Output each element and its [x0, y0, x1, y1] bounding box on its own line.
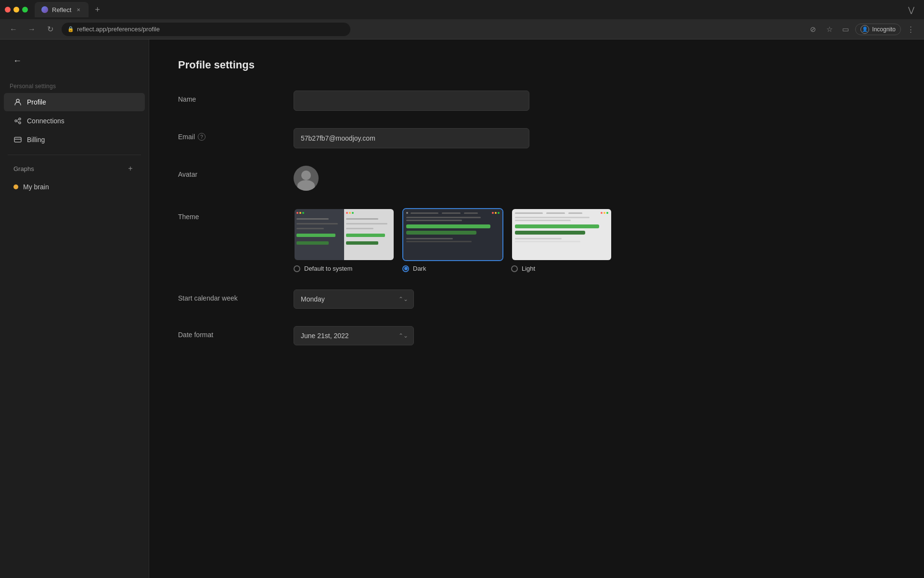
back-button[interactable]: ←	[7, 23, 20, 36]
theme-light-radio[interactable]	[511, 265, 518, 272]
tab-close-button[interactable]: ✕	[75, 6, 82, 13]
avatar-control	[294, 166, 895, 191]
page-title: Profile settings	[178, 59, 895, 71]
sidebar-item-connections[interactable]: Connections	[4, 112, 145, 130]
graphs-header: Graphs +	[4, 161, 145, 176]
email-control	[294, 128, 895, 148]
theme-light-label: Light	[522, 265, 535, 272]
name-control	[294, 91, 895, 111]
browser-tab[interactable]: Reflect ✕	[35, 2, 89, 17]
email-row: Email ?	[178, 128, 895, 148]
tab-title: Reflect	[52, 6, 71, 13]
calendar-select-wrapper: Sunday Monday Tuesday Wednesday Thursday…	[294, 289, 414, 309]
brain-dot-icon	[13, 184, 18, 189]
theme-preview-system	[294, 208, 395, 261]
theme-preview-dark	[402, 208, 503, 261]
graphs-label: Graphs	[13, 165, 34, 172]
theme-control: Default to system	[294, 208, 895, 272]
theme-preview-light	[511, 208, 612, 261]
camera-icon[interactable]: ⊘	[806, 23, 820, 36]
avatar-row: Avatar	[178, 166, 895, 191]
lock-icon: 🔒	[67, 26, 74, 32]
connections-label: Connections	[27, 117, 64, 125]
app: ← Personal settings Profile	[0, 39, 924, 578]
svg-point-2	[19, 118, 21, 120]
nav-bar: ← → ↻ 🔒 reflect.app/preferences/profile …	[0, 19, 924, 39]
nav-actions: ⊘ ☆ ▭ 👤 Incognito ⋮	[806, 23, 917, 36]
calendar-row: Start calendar week Sunday Monday Tuesda…	[178, 289, 895, 309]
email-input[interactable]	[294, 128, 529, 148]
svg-rect-6	[14, 137, 21, 142]
profile-circle-icon: 👤	[860, 25, 869, 34]
theme-option-dark[interactable]: Dark	[402, 208, 503, 272]
avatar-label: Avatar	[178, 166, 284, 178]
theme-system-radio[interactable]	[294, 265, 300, 272]
theme-dark-label: Dark	[413, 265, 426, 272]
svg-line-4	[17, 119, 19, 120]
sidebar-divider	[8, 155, 141, 155]
bookmark-icon[interactable]: ☆	[822, 23, 836, 36]
date-label: Date format	[178, 326, 284, 339]
connections-icon	[13, 117, 22, 125]
address-bar[interactable]: 🔒 reflect.app/preferences/profile	[62, 23, 350, 36]
calendar-control: Sunday Monday Tuesday Wednesday Thursday…	[294, 289, 895, 309]
svg-point-0	[16, 99, 19, 102]
email-info-icon[interactable]: ?	[198, 133, 205, 141]
svg-line-5	[17, 121, 19, 122]
date-select-wrapper: June 21st, 2022 06/21/2022 2022-06-21 ⌃⌄	[294, 326, 414, 345]
theme-light-label-row: Light	[511, 265, 612, 272]
billing-label: Billing	[27, 136, 45, 144]
address-text: reflect.app/preferences/profile	[77, 26, 160, 33]
tab-bar: Reflect ✕ + ⋁	[0, 0, 924, 19]
theme-label: Theme	[178, 208, 284, 221]
brain-label: My brain	[23, 183, 49, 191]
sidebar-back-area: ←	[0, 49, 149, 72]
forward-button[interactable]: →	[25, 23, 38, 36]
svg-point-1	[15, 120, 17, 122]
tab-menu-icon[interactable]: ⋁	[908, 5, 919, 14]
profile-icon	[13, 98, 22, 106]
name-input[interactable]	[294, 91, 529, 111]
theme-system-label-row: Default to system	[294, 265, 395, 272]
sidebar-toggle-icon[interactable]: ▭	[839, 23, 852, 36]
email-label: Email ?	[178, 128, 284, 141]
name-row: Name	[178, 91, 895, 111]
theme-option-light[interactable]: Light	[511, 208, 612, 272]
add-graph-button[interactable]: +	[126, 164, 135, 173]
theme-row: Theme	[178, 208, 895, 272]
incognito-profile[interactable]: 👤 Incognito	[855, 24, 901, 35]
browser-chrome: Reflect ✕ + ⋁ ← → ↻ 🔒 reflect.app/prefer…	[0, 0, 924, 39]
avatar[interactable]	[294, 166, 319, 191]
date-control: June 21st, 2022 06/21/2022 2022-06-21 ⌃⌄	[294, 326, 895, 345]
calendar-select[interactable]: Sunday Monday Tuesday Wednesday Thursday…	[294, 289, 414, 309]
theme-dark-radio[interactable]	[402, 265, 409, 272]
sidebar-item-profile[interactable]: Profile	[4, 93, 145, 111]
minimize-button[interactable]	[13, 7, 19, 13]
theme-option-system[interactable]: Default to system	[294, 208, 395, 272]
theme-system-label: Default to system	[304, 265, 352, 272]
sidebar-item-billing[interactable]: Billing	[4, 131, 145, 149]
main-content: Profile settings Name Email ? Avatar	[149, 39, 924, 578]
new-tab-button[interactable]: +	[90, 3, 104, 16]
date-row: Date format June 21st, 2022 06/21/2022 2…	[178, 326, 895, 345]
theme-options: Default to system	[294, 208, 895, 272]
traffic-lights	[5, 7, 28, 13]
name-label: Name	[178, 91, 284, 103]
personal-settings-label: Personal settings	[0, 80, 149, 92]
calendar-label: Start calendar week	[178, 289, 284, 302]
theme-dark-label-row: Dark	[402, 265, 503, 272]
maximize-button[interactable]	[22, 7, 28, 13]
profile-label: Profile	[27, 98, 46, 106]
svg-point-3	[19, 122, 21, 124]
menu-icon[interactable]: ⋮	[904, 23, 917, 36]
billing-icon	[13, 135, 22, 144]
sidebar-item-brain[interactable]: My brain	[4, 178, 145, 196]
sidebar-back-button[interactable]: ←	[10, 53, 25, 68]
profile-label: Incognito	[872, 26, 896, 33]
sidebar: ← Personal settings Profile	[0, 39, 149, 578]
tab-favicon	[41, 6, 48, 13]
close-button[interactable]	[5, 7, 11, 13]
date-select[interactable]: June 21st, 2022 06/21/2022 2022-06-21	[294, 326, 414, 345]
reload-button[interactable]: ↻	[43, 23, 57, 36]
